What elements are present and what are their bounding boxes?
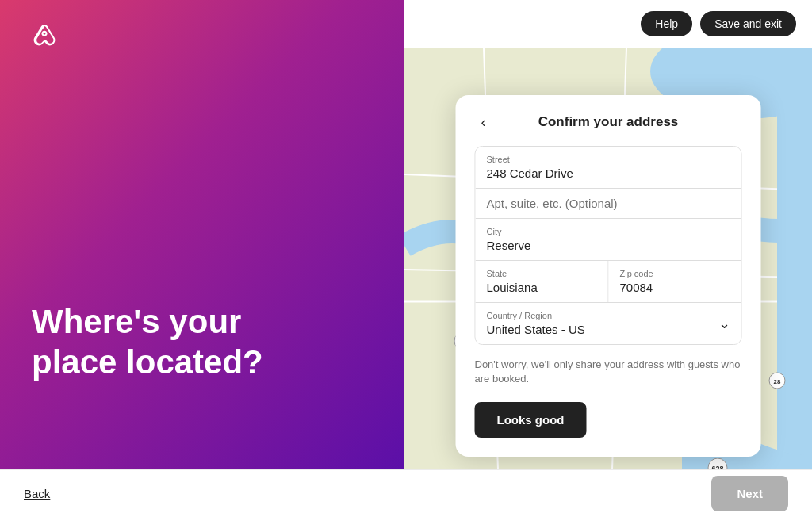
state-zip-row: State Louisiana Zip code 70084 [476,261,741,303]
state-label: State [487,269,597,278]
apt-placeholder: Apt, suite, etc. (Optional) [487,197,730,210]
country-value: United States - US [487,323,718,336]
modal-header: ‹ Confirm your address [475,114,742,130]
zip-value: 70084 [620,281,730,294]
back-button[interactable]: Back [24,487,50,500]
svg-text:628: 628 [711,465,723,469]
street-label: Street [487,155,730,164]
city-label: City [487,227,730,236]
zip-field[interactable]: Zip code 70084 [609,261,741,302]
country-label: Country / Region [487,311,718,320]
left-panel-heading: Where's your place located? [32,302,333,382]
chevron-down-icon: ⌄ [718,315,730,332]
privacy-note: Don't worry, we'll only share your addre… [475,358,742,386]
modal-title: Confirm your address [475,114,742,130]
svg-text:28: 28 [774,378,781,385]
address-form: Street 248 Cedar Drive Apt, suite, etc. … [475,146,742,345]
street-value: 248 Cedar Drive [487,167,730,180]
help-button[interactable]: Help [641,11,692,36]
city-field[interactable]: City Reserve [476,219,741,261]
state-value: Louisiana [487,281,597,294]
map-area: 44 51 628 Montz [404,48,812,469]
apt-field[interactable]: Apt, suite, etc. (Optional) [476,189,741,219]
state-field[interactable]: State Louisiana [476,261,609,302]
country-content: Country / Region United States - US [487,311,718,336]
right-section: Help Save and exit [404,0,812,469]
bottom-footer: Back Next [0,469,812,517]
modal-back-button[interactable]: ‹ [475,111,492,134]
header-bar: Help Save and exit [404,0,812,48]
country-field[interactable]: Country / Region United States - US ⌄ [476,303,741,344]
city-value: Reserve [487,239,730,252]
street-field[interactable]: Street 248 Cedar Drive [476,147,741,189]
next-button[interactable]: Next [711,476,788,511]
airbnb-logo [32,24,57,55]
looks-good-button[interactable]: Looks good [475,402,587,438]
svg-rect-11 [777,48,812,469]
left-panel: Where's your place located? [0,0,404,469]
modal-card: ‹ Confirm your address Street 248 Cedar … [456,95,761,457]
save-exit-button[interactable]: Save and exit [700,11,796,36]
zip-label: Zip code [620,269,730,278]
